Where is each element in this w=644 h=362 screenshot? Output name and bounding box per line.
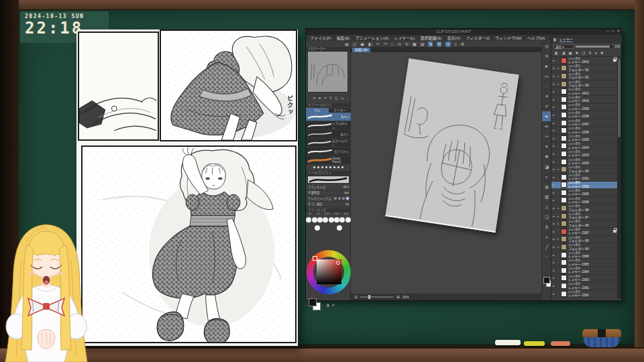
menu-item[interactable]: フィルター(I): [466, 35, 490, 41]
delete-layer-icon[interactable]: ✖: [600, 51, 604, 55]
ruler-tool-icon[interactable]: ◜: [542, 252, 551, 262]
brush-item[interactable]: リアルGペン: [306, 121, 351, 130]
layer-color-icon[interactable]: ◧: [555, 51, 558, 55]
layer-visibility-eye-icon[interactable]: ●: [553, 183, 557, 186]
brush-item[interactable]: Gesto Pencil: [306, 156, 351, 165]
brush-size-dot[interactable]: [313, 166, 315, 168]
layer-visibility-eye-icon[interactable]: ●: [553, 269, 557, 272]
layer-visibility-eye-icon[interactable]: ●: [553, 98, 557, 101]
size-preset-circle[interactable]: [329, 217, 334, 223]
layer-visibility-eye-icon[interactable]: ●: [553, 160, 557, 164]
layer-row[interactable]: ●100%通常レイヤー 2389: [551, 189, 618, 197]
layer-visibility-eye-icon[interactable]: ●: [553, 198, 557, 202]
layers-tab[interactable]: レイヤー: [559, 37, 574, 42]
layer-row[interactable]: ●100%通常レイヤー 2384: [551, 267, 618, 275]
layer-row[interactable]: ●100%通常レイヤー 2398: [551, 111, 618, 119]
layer-row[interactable]: ●100%通常レイヤー 2382: [551, 282, 618, 290]
pen-pressure-icon[interactable]: ✎: [428, 42, 433, 47]
layer-visibility-eye-icon[interactable]: ●: [553, 137, 557, 140]
lasso-tool-icon[interactable]: ◌: [542, 81, 551, 91]
eraser-tool-icon[interactable]: ◪: [542, 162, 551, 172]
minimize-button[interactable]: ─: [606, 29, 609, 33]
layer-row[interactable]: ●100%通常レイヤー 2402: [551, 57, 618, 65]
layer-visibility-eye-icon[interactable]: ●: [553, 90, 557, 93]
figure-tool-icon[interactable]: △: [542, 202, 551, 212]
tool-property-row[interactable]: 手ブレ補正10: [306, 202, 351, 208]
new-folder-icon[interactable]: ❏: [582, 51, 585, 55]
saturation-value-square[interactable]: [317, 259, 341, 284]
selection-tool-icon[interactable]: ▭: [542, 71, 551, 81]
rotate-left-icon[interactable]: ↺: [324, 96, 327, 100]
canvas-viewport[interactable]: [351, 52, 541, 294]
layers-scrollbar[interactable]: [617, 57, 621, 298]
redo-icon[interactable]: ↷: [384, 42, 387, 47]
layer-visibility-eye-icon[interactable]: ●: [553, 237, 557, 241]
layer-row[interactable]: ●100%通常レイヤー 2385: [551, 259, 618, 267]
line-tool-icon[interactable]: ╱: [542, 242, 551, 252]
tool-property-row[interactable]: 不透明度100: [306, 190, 351, 196]
zoom-in-button[interactable]: ⊕: [396, 294, 400, 300]
layer-visibility-eye-icon[interactable]: ●: [553, 144, 557, 147]
layer-row[interactable]: ●100%通常レイヤー 2383: [551, 275, 618, 283]
layer-row[interactable]: ●100%通常レイヤー 2391: [551, 174, 618, 182]
layer-row[interactable]: ●100%通常レイヤー 2400: [551, 96, 618, 104]
layer-row[interactable]: ●100%通常レイヤー 2388: [551, 197, 618, 205]
layer-row[interactable]: ●▾100%通常フォルダー 90: [551, 80, 618, 88]
size-preset-circle[interactable]: [312, 217, 317, 223]
layer-visibility-eye-icon[interactable]: ●: [553, 113, 557, 117]
rotate-right-icon[interactable]: ↻: [329, 96, 332, 100]
layer-visibility-eye-icon[interactable]: ●: [553, 59, 557, 62]
color-settings-icon[interactable]: ⚙: [332, 303, 335, 307]
layer-row[interactable]: ●▸100%通常フォルダー 86: [551, 220, 618, 228]
layer-row[interactable]: ●▸100%通常フォルダー 85: [551, 236, 618, 244]
balloon-tool-icon[interactable]: ◖: [542, 232, 551, 242]
text-tool-icon[interactable]: A: [542, 222, 551, 232]
layer-visibility-eye-icon[interactable]: ●: [553, 121, 557, 125]
layer-visibility-eye-icon[interactable]: ●: [553, 222, 557, 225]
export-icon[interactable]: ◧: [368, 42, 372, 47]
layer-visibility-eye-icon[interactable]: ●: [553, 253, 557, 257]
brush-size-dot[interactable]: [333, 166, 335, 168]
menu-item[interactable]: ヘルプ(H): [527, 35, 545, 41]
layer-visibility-eye-icon[interactable]: ●: [553, 105, 557, 109]
layer-visibility-eye-icon[interactable]: ●: [553, 168, 557, 171]
brush-item[interactable]: スクールペン: [306, 139, 351, 147]
menu-item[interactable]: 選択範囲(S): [421, 35, 442, 41]
brush-size-dot[interactable]: [317, 166, 319, 168]
subtool-tab-マーカー[interactable]: マーカー: [329, 108, 352, 113]
antialias-option[interactable]: [342, 197, 345, 200]
size-preset-circle[interactable]: [337, 225, 342, 231]
layer-visibility-eye-icon[interactable]: ●: [553, 284, 557, 288]
subtool-tab-ペン[interactable]: ペン: [306, 108, 329, 113]
frame-border-tool-icon[interactable]: ❏: [542, 212, 551, 222]
flip-horizontal-icon[interactable]: ◱: [335, 96, 338, 100]
eyedropper-tool-icon[interactable]: ✐: [542, 101, 551, 111]
layer-visibility-eye-icon[interactable]: ●: [553, 176, 557, 179]
color-wheel[interactable]: [307, 250, 351, 294]
layer-row[interactable]: ●100%通常レイヤー 2386: [551, 251, 618, 259]
brush-size-dot[interactable]: [325, 166, 327, 168]
size-preset-circle[interactable]: [317, 217, 323, 223]
clipboard-icon[interactable]: ▯: [455, 42, 457, 47]
zoom-in-icon[interactable]: ⊕: [319, 96, 321, 100]
brush-size-dot[interactable]: [329, 166, 331, 168]
merge-layer-icon[interactable]: ≡: [595, 51, 597, 55]
layer-visibility-eye-icon[interactable]: ●: [553, 215, 557, 218]
move-tool-icon[interactable]: ✛: [542, 51, 551, 61]
layer-row[interactable]: ●100%通常レイヤー 2390: [551, 182, 618, 190]
decoration-tool-icon[interactable]: ❋: [542, 152, 551, 162]
brush-size-dot[interactable]: [341, 166, 343, 168]
layer-visibility-eye-icon[interactable]: ●: [553, 230, 557, 233]
canvas-tab[interactable]: 原稿.clip: [352, 48, 370, 52]
brush-size-dot[interactable]: [337, 166, 339, 168]
brush-item[interactable]: 丸ペン: [306, 130, 351, 139]
new-layer-icon[interactable]: ✚: [576, 51, 579, 55]
layer-visibility-eye-icon[interactable]: ●: [553, 74, 557, 78]
layer-row[interactable]: ●▸100%通常フォルダー 88: [551, 204, 618, 213]
size-preset-circle[interactable]: [339, 217, 345, 223]
tool-property-row[interactable]: アンチエイリアス: [306, 196, 351, 202]
navigator-preview[interactable]: [307, 51, 348, 93]
maximize-button[interactable]: □: [612, 29, 614, 33]
hue-marker[interactable]: [313, 256, 317, 261]
deselect-icon[interactable]: ○: [391, 42, 394, 47]
